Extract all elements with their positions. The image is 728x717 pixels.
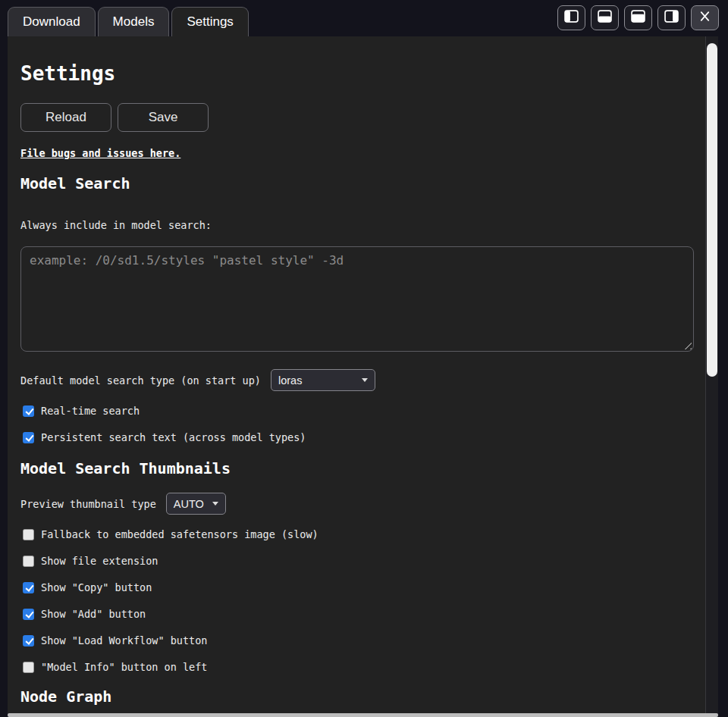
tab-download[interactable]: Download [8,7,96,36]
save-button[interactable]: Save [118,103,209,132]
show-add-button-label: Show "Add" button [41,608,146,620]
close-button[interactable] [691,5,719,30]
window-buttons [557,5,719,30]
vertical-scrollbar-track[interactable] [705,36,718,713]
settings-content: Settings Reload Save File bugs and issue… [8,36,705,713]
maximize-button[interactable] [624,5,652,30]
realtime-search-checkbox[interactable] [23,405,34,417]
chevron-down-icon [212,502,218,506]
checkbox-row: Show "Add" button [20,608,694,620]
always-include-label: Always include in model search: [20,220,694,231]
dock-right-icon [664,10,679,25]
show-load-workflow-label: Show "Load Workflow" button [41,634,207,647]
checkbox-row: Show "Copy" button [20,581,694,593]
realtime-search-label: Real-time search [41,405,140,417]
preview-thumbnail-type-label: Preview thumbnail type [20,498,156,510]
fallback-safetensors-checkbox[interactable] [23,529,34,540]
horizontal-scrollbar[interactable] [8,713,718,717]
dock-left-button[interactable] [557,5,585,30]
dock-bottom-button[interactable] [591,5,619,30]
checkbox-row: Show file extension [20,555,694,567]
show-file-extension-checkbox[interactable] [23,556,34,567]
model-search-heading: Model Search [20,175,694,192]
tab-settings[interactable]: Settings [171,7,248,36]
vertical-scrollbar-thumb[interactable] [707,43,717,377]
bugs-link[interactable]: File bugs and issues here. [20,147,180,159]
node-graph-heading: Node Graph [20,688,694,705]
show-add-button-checkbox[interactable] [23,609,34,620]
fallback-safetensors-label: Fallback to embedded safetensors image (… [41,528,318,540]
default-search-type-label: Default model search type (on start up) [20,374,261,387]
checkbox-row: Fallback to embedded safetensors image (… [20,528,694,540]
action-buttons: Reload Save [20,103,694,132]
model-info-left-checkbox[interactable] [23,662,34,673]
show-load-workflow-checkbox[interactable] [23,635,34,647]
top-bar: Download Models Settings [0,0,728,36]
preview-thumbnail-type-value: AUTO [174,498,204,510]
search-include-field [20,246,694,352]
tab-strip: Download Models Settings [8,7,249,36]
preview-thumbnail-type-row: Preview thumbnail type AUTO [20,493,694,515]
checkbox-row: Real-time search [20,405,694,417]
maximize-icon [631,10,645,25]
search-include-textarea[interactable] [20,246,694,352]
bugs-link-row: File bugs and issues here. [20,146,694,160]
page-title: Settings [20,63,694,84]
default-search-type-value: loras [278,374,302,387]
tab-models[interactable]: Models [98,7,170,36]
checkbox-row: Show "Load Workflow" button [20,634,694,647]
thumbnails-heading: Model Search Thumbnails [20,460,694,477]
dock-left-icon [564,10,579,25]
model-info-left-label: "Model Info" button on left [41,661,207,673]
checkbox-row: "Model Info" button on left [20,661,694,673]
default-search-type-row: Default model search type (on start up) … [20,369,694,391]
show-copy-button-label: Show "Copy" button [41,581,152,593]
checkbox-row: Persistent search text (across model typ… [20,431,694,443]
chevron-down-icon [362,378,368,382]
close-icon [698,10,712,25]
dock-bottom-icon [598,10,612,25]
persistent-search-label: Persistent search text (across model typ… [41,431,306,443]
default-search-type-select[interactable]: loras [271,369,375,391]
persistent-search-checkbox[interactable] [23,432,34,443]
show-file-extension-label: Show file extension [41,555,158,567]
settings-panel: Settings Reload Save File bugs and issue… [8,36,718,713]
preview-thumbnail-type-select[interactable]: AUTO [166,493,226,515]
show-copy-button-checkbox[interactable] [23,582,34,593]
dock-right-button[interactable] [657,5,686,30]
reload-button[interactable]: Reload [20,103,111,132]
